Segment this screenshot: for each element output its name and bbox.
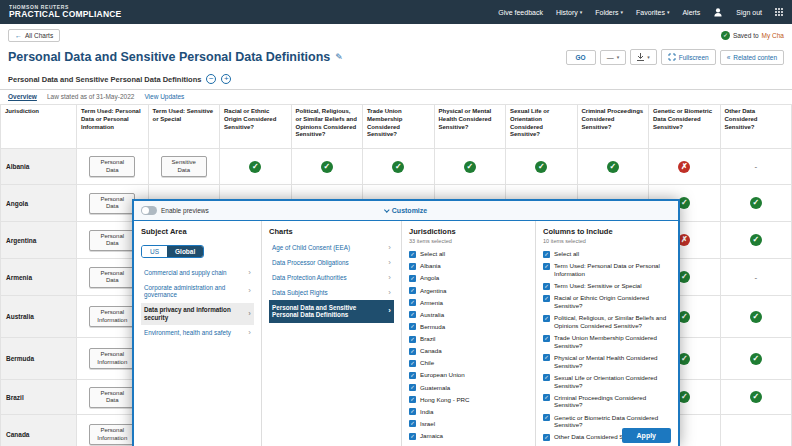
- term-chip[interactable]: Personal Data: [89, 387, 135, 408]
- jurisdiction-option[interactable]: ✓European Union: [409, 369, 528, 381]
- column-option[interactable]: ✓Political, Religious, or Similar Belief…: [543, 312, 671, 332]
- checkbox-checked-icon[interactable]: ✓: [409, 384, 416, 391]
- column-option[interactable]: ✓Sexual Life or Orientation Considered S…: [543, 372, 671, 392]
- checkbox-checked-icon[interactable]: ✓: [543, 283, 550, 290]
- subject-area-item[interactable]: Environment, health and safety›: [141, 325, 254, 340]
- jurisdiction-option[interactable]: ✓Chile: [409, 357, 528, 369]
- sign-out-link[interactable]: Sign out: [736, 9, 762, 16]
- jurisdiction-option[interactable]: ✓Guatemala: [409, 381, 528, 393]
- apply-button[interactable]: Apply: [622, 428, 671, 443]
- edit-title-icon[interactable]: ✎: [335, 52, 343, 62]
- term-chip[interactable]: Personal Information: [89, 348, 135, 369]
- checkbox-checked-icon[interactable]: ✓: [409, 263, 416, 270]
- enable-previews-toggle[interactable]: [141, 206, 157, 215]
- jurisdiction-option[interactable]: ✓Angola: [409, 272, 528, 284]
- download-dropdown-button[interactable]: ▾: [630, 49, 657, 65]
- chart-item[interactable]: Data Protection Authorities›: [269, 270, 394, 285]
- checkbox-checked-icon[interactable]: ✓: [543, 315, 550, 322]
- checkbox-checked-icon[interactable]: ✓: [543, 394, 550, 401]
- chart-tab[interactable]: Personal Data and Sensitive Personal Dat…: [8, 75, 201, 84]
- checkbox-checked-icon[interactable]: ✓: [409, 251, 416, 258]
- jurisdiction-option[interactable]: ✓India: [409, 406, 528, 418]
- go-button[interactable]: GO: [566, 50, 596, 65]
- subject-area-item[interactable]: Commercial and supply chain›: [141, 265, 254, 280]
- related-content-button[interactable]: « Related conten: [720, 50, 784, 65]
- apps-grid-icon[interactable]: [775, 8, 783, 16]
- fullscreen-button[interactable]: Fullscreen: [661, 49, 716, 65]
- term-chip[interactable]: Sensitive Data: [161, 156, 207, 177]
- favorites-menu[interactable]: Favorites▾: [636, 9, 669, 16]
- checkbox-checked-icon[interactable]: ✓: [543, 374, 550, 381]
- checkbox-checked-icon[interactable]: ✓: [543, 414, 550, 421]
- options-dropdown-button[interactable]: —▾: [600, 50, 627, 65]
- checkbox-checked-icon[interactable]: ✓: [409, 299, 416, 306]
- checkbox-checked-icon[interactable]: ✓: [409, 420, 416, 427]
- column-option-label: Racial or Ethnic Origin Considered Sensi…: [554, 294, 671, 310]
- view-updates-link[interactable]: View Updates: [144, 93, 184, 100]
- chart-item[interactable]: Personal Data and Sensitive Personal Dat…: [269, 300, 394, 323]
- history-menu[interactable]: History▾: [556, 9, 582, 16]
- jurisdiction-option[interactable]: ✓Hong Kong - PRC: [409, 394, 528, 406]
- checkbox-checked-icon[interactable]: ✓: [543, 263, 550, 270]
- column-option[interactable]: ✓Select all: [543, 248, 671, 260]
- checkbox-checked-icon[interactable]: ✓: [543, 354, 550, 361]
- checkbox-checked-icon[interactable]: ✓: [409, 287, 416, 294]
- chart-item[interactable]: Data Subject Rights›: [269, 285, 394, 300]
- jurisdiction-option[interactable]: ✓Armenia: [409, 297, 528, 309]
- remove-chart-tab-icon[interactable]: −: [206, 74, 216, 84]
- jurisdiction-option[interactable]: ✓Select all: [409, 248, 528, 260]
- status-cell: ✓: [220, 149, 292, 185]
- column-option[interactable]: ✓Term Used: Sensitive or Special: [543, 280, 671, 292]
- column-option[interactable]: ✓Term Used: Personal Data or Personal In…: [543, 260, 671, 280]
- chart-item[interactable]: Data Processor Obligations›: [269, 255, 394, 270]
- checkbox-checked-icon[interactable]: ✓: [409, 275, 416, 282]
- jurisdiction-option[interactable]: ✓Bermuda: [409, 321, 528, 333]
- checkbox-checked-icon[interactable]: ✓: [543, 335, 550, 342]
- all-charts-back-button[interactable]: ← All Charts: [8, 29, 60, 42]
- term-chip[interactable]: Personal Data: [89, 156, 135, 177]
- checkbox-checked-icon[interactable]: ✓: [409, 323, 416, 330]
- jurisdiction-option[interactable]: ✓Canada: [409, 345, 528, 357]
- checkbox-checked-icon[interactable]: ✓: [409, 372, 416, 379]
- jurisdiction-option[interactable]: ✓Albania: [409, 260, 528, 272]
- give-feedback-link[interactable]: Give feedback: [498, 9, 543, 16]
- term-chip[interactable]: Personal Data: [89, 230, 135, 251]
- alerts-link[interactable]: Alerts: [682, 9, 700, 16]
- column-option[interactable]: ✓Racial or Ethnic Origin Considered Sens…: [543, 292, 671, 312]
- checkbox-checked-icon[interactable]: ✓: [543, 434, 550, 441]
- brand-logo[interactable]: THOMSON REUTERS PRACTICAL COMPLIANCE: [9, 5, 121, 20]
- checkbox-checked-icon[interactable]: ✓: [409, 360, 416, 367]
- chart-item[interactable]: Age of Child Consent (EEA)›: [269, 240, 394, 255]
- column-option[interactable]: ✓Physical or Mental Health Considered Se…: [543, 352, 671, 372]
- column-option[interactable]: ✓Criminal Proceedings Considered Sensiti…: [543, 392, 671, 412]
- checkbox-checked-icon[interactable]: ✓: [409, 433, 416, 440]
- checkbox-checked-icon[interactable]: ✓: [409, 311, 416, 318]
- term-chip[interactable]: Personal Information: [89, 424, 135, 445]
- overview-tab[interactable]: Overview: [8, 93, 37, 100]
- region-tab-global[interactable]: Global: [167, 246, 203, 257]
- subject-area-item[interactable]: Data privacy and information security›: [141, 303, 254, 326]
- checkbox-checked-icon[interactable]: ✓: [409, 408, 416, 415]
- jurisdiction-option[interactable]: ✓Brazil: [409, 333, 528, 345]
- term-chip[interactable]: Personal Data: [89, 193, 135, 214]
- jurisdiction-option[interactable]: ✓Jamaica: [409, 430, 528, 442]
- column-option[interactable]: ✓Trade Union Membership Considered Sensi…: [543, 332, 671, 352]
- jurisdiction-option[interactable]: ✓Israel: [409, 418, 528, 430]
- subject-area-item[interactable]: Corporate administration and governance›: [141, 280, 254, 303]
- term-chip[interactable]: Personal Data: [89, 267, 135, 288]
- term-chip[interactable]: Personal Information: [89, 306, 135, 327]
- region-tab-us[interactable]: US: [142, 246, 167, 257]
- account-button[interactable]: [713, 7, 723, 17]
- jurisdiction-option[interactable]: ✓Australia: [409, 309, 528, 321]
- checkbox-checked-icon[interactable]: ✓: [409, 336, 416, 343]
- folders-menu[interactable]: Folders▾: [595, 9, 623, 16]
- saved-folder-link[interactable]: My Cha: [762, 32, 784, 39]
- customize-collapse-button[interactable]: Customize: [385, 207, 427, 214]
- checkbox-checked-icon[interactable]: ✓: [543, 295, 550, 302]
- checkbox-checked-icon[interactable]: ✓: [543, 251, 550, 258]
- checkbox-checked-icon[interactable]: ✓: [409, 348, 416, 355]
- add-chart-tab-icon[interactable]: +: [221, 74, 231, 84]
- checkbox-checked-icon[interactable]: ✓: [409, 396, 416, 403]
- jurisdiction-option[interactable]: ✓Argentina: [409, 284, 528, 296]
- columns-count: 10 items selected: [543, 238, 671, 244]
